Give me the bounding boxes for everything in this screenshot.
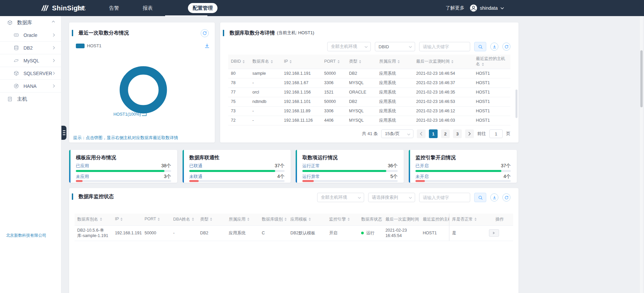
metric-label: 运行正常 <box>302 163 320 169</box>
sort-icon[interactable] <box>338 59 340 64</box>
sort-icon[interactable] <box>210 217 212 222</box>
active-tab-underline <box>165 15 207 16</box>
sort-icon[interactable] <box>309 217 311 222</box>
prev-page-button[interactable] <box>417 129 426 138</box>
table-row[interactable]: 80sample 192.168.1.19150000 DB2应用系统 2021… <box>228 69 510 78</box>
sort-icon[interactable] <box>359 59 361 64</box>
sidebar-item-mysql[interactable]: MySQL <box>0 54 61 67</box>
page-size-select[interactable]: 15条/页 <box>381 129 413 138</box>
sort-icon[interactable] <box>398 59 400 64</box>
list-icon <box>63 130 65 131</box>
sort-icon[interactable] <box>290 59 292 64</box>
legend-swatch <box>76 44 85 48</box>
fetch-detail-table: DBID 数据库名 IP PORT 类型 所属应用 最后一次监测时间 最近监控的… <box>228 55 510 125</box>
search-button[interactable] <box>474 42 486 51</box>
keyword-input[interactable] <box>419 193 470 202</box>
slice-label: HOST1(100%) <box>89 112 141 117</box>
download-table-button[interactable] <box>490 193 498 201</box>
page-button-3[interactable]: 3 <box>453 129 462 138</box>
search-column-select[interactable]: DBID <box>375 42 415 51</box>
sort-icon[interactable] <box>100 217 102 222</box>
user-menu[interactable]: shindata <box>470 4 504 12</box>
next-page-button[interactable] <box>465 129 474 138</box>
metric-label: 已应用 <box>76 163 89 169</box>
host-env-select[interactable]: 全部主机环境 <box>317 193 364 202</box>
page-button-2[interactable]: 2 <box>441 129 450 138</box>
goto-page-input[interactable] <box>489 129 503 138</box>
stat-title: 数据库联通性 <box>189 155 219 161</box>
sort-icon[interactable] <box>348 217 350 222</box>
company-link[interactable]: 北京新数科技有限公司 <box>6 233 46 238</box>
sort-icon[interactable] <box>158 217 160 222</box>
sidebar-item-hana[interactable]: HANA <box>0 80 61 93</box>
chart-legend[interactable]: HOST1 <box>76 43 101 48</box>
sort-icon[interactable] <box>120 217 122 222</box>
chevron-down-icon <box>364 46 368 48</box>
sqlserver-cube-icon <box>13 70 19 76</box>
download-chart-button[interactable] <box>202 43 208 49</box>
sort-icon[interactable] <box>243 59 245 64</box>
sort-icon[interactable] <box>285 217 287 222</box>
search-button[interactable] <box>474 193 486 202</box>
chevron-right-icon <box>468 132 471 136</box>
sidebar-collapse-handle[interactable] <box>61 126 66 140</box>
stat-card-monitor-engine: 监控引擎开启情况 已开启 37个 未开启 4个 <box>409 150 517 183</box>
host-env-select[interactable]: 全部主机环境 <box>327 42 371 51</box>
monitor-filters: 全部主机环境 请选择搜索列 <box>317 193 510 202</box>
sort-icon[interactable] <box>475 217 477 222</box>
refresh-button[interactable] <box>201 29 209 37</box>
sort-icon[interactable] <box>482 62 484 67</box>
metric-count: 38个 <box>161 163 171 169</box>
tab-overview[interactable]: 总览 <box>64 5 97 11</box>
sidebar-item-sqlserver[interactable]: SQLSERVER <box>0 67 61 80</box>
refresh-table-button[interactable] <box>502 43 510 51</box>
page-scrollbar-thumb[interactable] <box>640 50 643 107</box>
sidebar-item-label: Oracle <box>23 33 37 38</box>
table-row[interactable]: 78- 192.168.1.673306 MYSQL应用系统 2021-02-2… <box>228 78 510 87</box>
progress-bar <box>302 170 398 172</box>
distribution-card: 最近一次取数分布情况 HOST1 HOST1(100%) 提示：点击饼图，显示右… <box>69 22 215 142</box>
keyword-input[interactable] <box>419 42 470 51</box>
table-scrollbar-thumb[interactable] <box>515 90 517 118</box>
progress-bar <box>302 180 398 182</box>
page-scrollbar[interactable] <box>640 16 643 293</box>
sort-icon[interactable] <box>271 59 273 64</box>
sort-icon[interactable] <box>451 59 453 64</box>
page-button-1[interactable]: 1 <box>429 129 438 138</box>
refresh-table-button[interactable] <box>502 193 510 201</box>
table-row[interactable]: 77orcl 192.168.1.1561521 ORACLE应用系统 2021… <box>228 87 510 97</box>
expand-row-button[interactable] <box>489 229 499 237</box>
table-row[interactable]: 72- 192.168.11.1264406 MYSQL应用系统 2021-02… <box>228 116 510 125</box>
chevron-down-icon <box>409 197 412 199</box>
donut-chart[interactable] <box>119 66 167 114</box>
metric-count: 5个 <box>390 174 398 180</box>
sidebar-group-database[interactable]: 数据库 <box>0 16 61 29</box>
fetch-detail-card: 数据库取数分布详情 (当前主机: HOST1) 全部主机环境 DBID <box>220 22 518 142</box>
stat-title: 监控引擎开启情况 <box>415 155 456 161</box>
sort-icon[interactable] <box>192 217 194 222</box>
mysql-dolphin-icon <box>13 58 19 63</box>
metric-count: 36个 <box>388 163 398 169</box>
chevron-down-icon <box>407 133 410 135</box>
sort-icon[interactable] <box>247 217 249 222</box>
learn-more-link[interactable]: 了解更多 <box>446 5 464 11</box>
chevron-right-icon <box>53 84 55 88</box>
download-table-button[interactable] <box>490 43 498 51</box>
metric-label: 未联通 <box>189 174 202 180</box>
search-column-select[interactable]: 请选择搜索列 <box>368 193 415 202</box>
sidebar-item-oracle[interactable]: ORC Oracle <box>0 29 61 42</box>
sidebar-item-db2[interactable]: DB2 <box>0 42 61 54</box>
tab-alerts[interactable]: 告警 <box>97 5 131 11</box>
sidebar-item-host[interactable]: 主机 <box>0 93 61 105</box>
sidebar-item-label: MySQL <box>23 58 39 63</box>
table-row[interactable]: 75ndtmdb 192.168.1.10150000 DB2应用系统 2021… <box>228 97 510 106</box>
chevron-left-icon <box>420 132 423 136</box>
card-accent <box>69 150 70 183</box>
stat-title: 模板应用分布情况 <box>76 155 116 161</box>
chevron-up-icon <box>52 20 55 23</box>
table-row[interactable]: 73- 192.168.11.893306 MYSQL应用系统 2021-02-… <box>228 106 510 116</box>
metric-count: 3个 <box>164 174 171 180</box>
table-row[interactable]: DB2-10.5.6-单库-sample-1.191 192.168.1.191… <box>75 225 513 241</box>
tab-config-management[interactable]: 配置管理 <box>188 3 217 13</box>
tab-reports[interactable]: 报表 <box>131 5 164 11</box>
